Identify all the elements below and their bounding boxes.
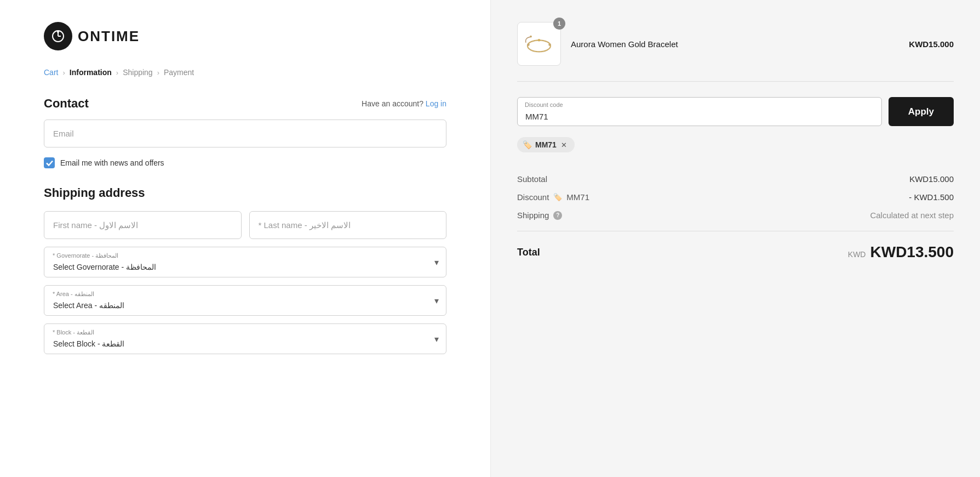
breadcrumb-shipping: Shipping bbox=[123, 68, 153, 77]
right-panel: 1 Aurora Women Gold Bracelet KWD15.000 D… bbox=[490, 0, 980, 477]
block-select[interactable]: Select Block - القطعة bbox=[44, 323, 446, 354]
breadcrumb-information: Information bbox=[70, 68, 112, 77]
discount-total-row: Discount 🏷️ MM71 - KWD1.500 bbox=[517, 188, 954, 206]
block-wrapper: * Block - القطعة Select Block - القطعة ▾ bbox=[44, 323, 446, 354]
first-name-field[interactable] bbox=[44, 211, 242, 239]
newsletter-checkbox[interactable] bbox=[44, 157, 55, 168]
last-name-field[interactable] bbox=[249, 211, 447, 239]
area-wrapper: * Area - المنطقه Select Area - المنطقه ▾ bbox=[44, 285, 446, 316]
email-field[interactable] bbox=[44, 120, 446, 147]
shipping-total-label: Shipping ? bbox=[517, 211, 562, 220]
coupon-code: MM71 bbox=[535, 140, 557, 149]
breadcrumb-cart[interactable]: Cart bbox=[44, 68, 58, 77]
contact-section-header: Contact Have an account? Log in bbox=[44, 96, 446, 111]
product-price: KWD15.000 bbox=[909, 39, 954, 49]
totals-section: Subtotal KWD15.000 Discount 🏷️ MM71 - KW… bbox=[517, 168, 954, 266]
discount-row: Discount code Apply bbox=[517, 97, 954, 126]
coupon-remove-button[interactable]: ✕ bbox=[561, 141, 567, 149]
tag-icon: 🏷️ bbox=[523, 140, 532, 149]
account-prompt: Have an account? Log in bbox=[362, 99, 446, 108]
svg-point-6 bbox=[527, 43, 530, 46]
newsletter-label[interactable]: Email me with news and offers bbox=[60, 158, 164, 167]
shipping-info-icon: ? bbox=[553, 211, 562, 220]
shipping-total-row: Shipping ? Calculated at next step bbox=[517, 206, 954, 224]
name-row bbox=[44, 211, 446, 239]
subtotal-row: Subtotal KWD15.000 bbox=[517, 170, 954, 188]
svg-point-7 bbox=[548, 43, 551, 46]
discount-tag-icon: 🏷️ bbox=[553, 193, 562, 201]
breadcrumb-sep-1: › bbox=[62, 69, 65, 77]
svg-point-9 bbox=[530, 36, 532, 38]
account-prompt-text: Have an account? bbox=[362, 99, 423, 108]
shipping-value: Calculated at next step bbox=[870, 211, 954, 220]
shipping-address-title: Shipping address bbox=[44, 186, 446, 200]
left-panel: ONTIME Cart › Information › Shipping › P… bbox=[0, 0, 490, 477]
newsletter-row: Email me with news and offers bbox=[44, 157, 446, 168]
product-image-wrapper: 1 bbox=[517, 22, 561, 66]
subtotal-label: Subtotal bbox=[517, 174, 547, 184]
grand-total-currency: KWD bbox=[848, 250, 866, 259]
product-image bbox=[517, 22, 561, 66]
governorate-select[interactable]: Select Governorate - المحافظة bbox=[44, 247, 446, 277]
logo-icon bbox=[44, 22, 72, 50]
product-quantity-badge: 1 bbox=[553, 18, 565, 30]
product-name: Aurora Women Gold Bracelet bbox=[571, 39, 899, 49]
svg-point-8 bbox=[538, 39, 541, 42]
breadcrumb-payment: Payment bbox=[164, 68, 194, 77]
discount-input-wrapper: Discount code bbox=[517, 97, 882, 126]
breadcrumb-sep-2: › bbox=[116, 69, 118, 77]
product-info: Aurora Women Gold Bracelet bbox=[571, 39, 899, 49]
contact-title: Contact bbox=[44, 96, 89, 111]
svg-point-3 bbox=[57, 31, 59, 33]
logo-text: ONTIME bbox=[78, 28, 140, 45]
discount-value: - KWD1.500 bbox=[909, 192, 954, 202]
product-row: 1 Aurora Women Gold Bracelet KWD15.000 bbox=[517, 22, 954, 82]
total-divider bbox=[517, 231, 954, 231]
discount-total-label: Discount 🏷️ MM71 bbox=[517, 192, 589, 202]
discount-code-input[interactable] bbox=[517, 97, 882, 126]
area-select[interactable]: Select Area - المنطقه bbox=[44, 285, 446, 316]
governorate-wrapper: * Governorate - المحافظة Select Governor… bbox=[44, 247, 446, 277]
coupon-tag: 🏷️ MM71 ✕ bbox=[517, 137, 575, 152]
grand-total-right: KWD KWD13.500 bbox=[848, 243, 954, 261]
grand-total-row: Total KWD KWD13.500 bbox=[517, 238, 954, 266]
logo-area: ONTIME bbox=[44, 22, 446, 50]
breadcrumb: Cart › Information › Shipping › Payment bbox=[44, 68, 446, 77]
login-link[interactable]: Log in bbox=[426, 99, 446, 108]
grand-total-value: KWD13.500 bbox=[870, 243, 954, 261]
subtotal-value: KWD15.000 bbox=[909, 174, 954, 184]
apply-button[interactable]: Apply bbox=[889, 97, 954, 126]
grand-total-label: Total bbox=[517, 247, 540, 258]
breadcrumb-sep-3: › bbox=[157, 69, 159, 77]
